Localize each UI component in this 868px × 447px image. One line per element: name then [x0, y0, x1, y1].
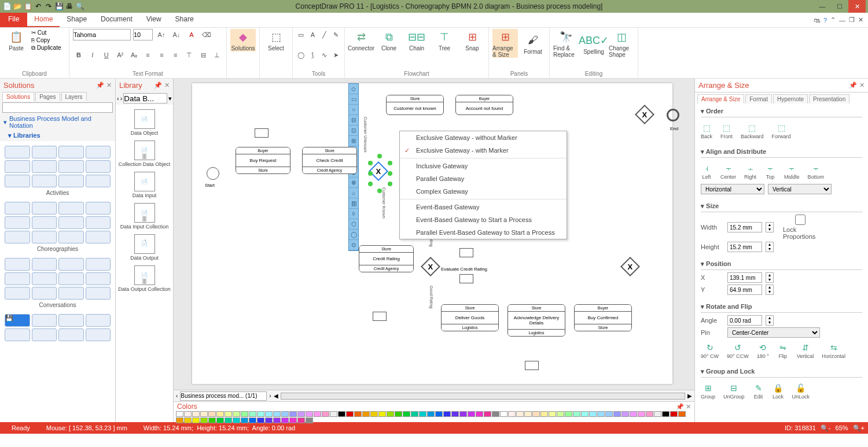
- rotate-90ccw-button[interactable]: ↺90° CCW: [727, 342, 749, 359]
- bold-icon[interactable]: B: [73, 49, 84, 61]
- store-icon[interactable]: 🛍: [814, 17, 820, 24]
- horizontal-scrollbar[interactable]: [281, 393, 685, 400]
- node-buy-confirmed[interactable]: Buyer Buy Confirmed Store: [574, 304, 632, 331]
- close-panel-icon[interactable]: ✕: [106, 82, 112, 89]
- color-swatches[interactable]: [174, 411, 694, 423]
- pin-select[interactable]: Center-Center: [727, 327, 820, 338]
- ctx-item[interactable]: Exclusive Gateway - without Marker: [400, 131, 567, 144]
- dist-horizontal-select[interactable]: Horizontal: [701, 184, 764, 194]
- tab-home[interactable]: Home: [27, 13, 60, 27]
- ctx-item[interactable]: Parallel Gateway: [400, 172, 567, 185]
- sheet-next-icon[interactable]: ›: [269, 393, 271, 399]
- tool-text-icon[interactable]: A: [308, 29, 317, 40]
- node-deliver-goods[interactable]: Store Deliver Goods Logistics: [441, 304, 499, 331]
- close-button[interactable]: ✕: [848, 0, 866, 13]
- window-restore-icon[interactable]: —: [839, 17, 845, 24]
- tool-curve-icon[interactable]: ∿: [320, 49, 329, 61]
- underline-icon[interactable]: U: [101, 49, 112, 61]
- align-center-icon[interactable]: ≡: [156, 49, 167, 61]
- lib-prev-icon[interactable]: ‹: [117, 95, 119, 102]
- sheet-selector[interactable]: [180, 391, 267, 401]
- gateway-selected[interactable]: X: [372, 164, 385, 178]
- align-top-button[interactable]: ⫟Top: [764, 162, 776, 180]
- solutions-search-input[interactable]: [2, 102, 113, 113]
- find-replace-button[interactable]: 🔭Find & Replace: [553, 29, 579, 58]
- lib-selector[interactable]: [123, 93, 167, 104]
- copy-button[interactable]: ⎘ Copy: [31, 37, 61, 43]
- qat-save-icon[interactable]: 💾: [54, 2, 64, 11]
- end-event[interactable]: [667, 109, 679, 121]
- zoom-in-icon[interactable]: 🔍+: [853, 424, 865, 432]
- cut-button[interactable]: ✂ Cut: [31, 29, 61, 36]
- y-input[interactable]: [727, 285, 762, 295]
- solutions-button[interactable]: ◆Solutions: [230, 29, 256, 51]
- maximize-button[interactable]: ☐: [831, 0, 848, 13]
- lib-next-icon[interactable]: ›: [120, 95, 123, 102]
- lock-proportions-checkbox[interactable]: [783, 215, 818, 225]
- hscroll-left-icon[interactable]: ◀: [274, 393, 278, 399]
- subscript-icon[interactable]: A₂: [128, 49, 140, 61]
- shape-data-input-collection[interactable]: 📄|||Data Input Collection: [118, 201, 171, 232]
- file-menu[interactable]: File: [0, 13, 27, 27]
- shape-data-input[interactable]: 📄Data Input: [118, 169, 171, 201]
- ctx-item[interactable]: Exclusive Gateway - with Marker: [400, 144, 567, 157]
- drawing-canvas[interactable]: ◇▭○⊟⊡⊞≡⊕◐⊗⌂▥◊⬡◯⊙ Start Buyer Buy Request…: [192, 83, 672, 384]
- minimize-button[interactable]: —: [814, 0, 831, 13]
- tab-arrange[interactable]: Arrange & Size: [697, 94, 744, 104]
- panel-pin-icon[interactable]: 📌: [849, 82, 857, 89]
- window-close2-icon[interactable]: ✕: [858, 16, 863, 24]
- tool-pen-icon[interactable]: ✎: [332, 29, 341, 40]
- tab-view[interactable]: View: [139, 13, 168, 27]
- flip-h-button[interactable]: ⇆Horizontal: [822, 342, 845, 359]
- select-button[interactable]: ⬚Select: [263, 29, 289, 51]
- tab-shape[interactable]: Shape: [60, 13, 94, 27]
- chain-button[interactable]: ⊟⊟Chain: [404, 29, 429, 51]
- sheet-prev-icon[interactable]: ‹: [176, 393, 178, 399]
- clear-format-icon[interactable]: ⌫: [200, 29, 213, 40]
- ctx-item[interactable]: Complex Gateway: [400, 185, 567, 198]
- qat-redo-icon[interactable]: ↷: [44, 2, 53, 11]
- gateway-eval[interactable]: X: [424, 260, 437, 274]
- solutions-tab[interactable]: Solutions: [2, 92, 34, 101]
- clone-button[interactable]: ⧉Clone: [376, 29, 402, 51]
- tab-share[interactable]: Share: [168, 13, 201, 27]
- panel-close-icon[interactable]: ✕: [859, 82, 865, 89]
- duplicate-button[interactable]: ⧉ Duplicate: [31, 45, 61, 51]
- group-button[interactable]: ⊞Group: [701, 382, 715, 400]
- shape-collection-data-object[interactable]: 📄|||Collection Data Object: [118, 138, 171, 169]
- node-buy-request[interactable]: Buyer Buy Request Store: [236, 147, 290, 174]
- start-event[interactable]: [207, 167, 219, 180]
- align-middle-icon[interactable]: ⊟: [197, 49, 209, 61]
- lock-button[interactable]: 🔒Lock: [773, 382, 784, 400]
- order-back-button[interactable]: ⬚Back: [701, 122, 712, 139]
- tool-arc-icon[interactable]: ⟆: [308, 49, 317, 61]
- qat-open-icon[interactable]: 📂: [13, 2, 22, 11]
- colors-pin-icon[interactable]: 📌: [676, 403, 684, 410]
- help-icon[interactable]: ?: [823, 17, 827, 24]
- flip-v-button[interactable]: ⇵Vertical: [797, 342, 814, 359]
- hscroll-right-icon[interactable]: ▶: [687, 393, 692, 399]
- gateway-top[interactable]: X: [638, 108, 652, 121]
- width-input[interactable]: [727, 222, 762, 232]
- order-forward-button[interactable]: ⬚Forward: [772, 122, 791, 139]
- arrange-size-button[interactable]: ⊞Arrange & Size: [492, 29, 518, 58]
- edit-group-button[interactable]: ✎Edit: [753, 382, 764, 400]
- pages-tab[interactable]: Pages: [35, 92, 60, 101]
- font-size-select[interactable]: [133, 29, 153, 40]
- grow-font-icon[interactable]: A↑: [155, 29, 168, 40]
- align-right-icon[interactable]: ≡: [170, 49, 181, 61]
- lib-menu-icon[interactable]: ▾: [168, 95, 172, 102]
- tool-ellipse-icon[interactable]: ◯: [296, 49, 306, 61]
- lib-pin-icon[interactable]: 📌: [154, 82, 162, 89]
- pin-icon[interactable]: 📌: [96, 82, 104, 89]
- ungroup-button[interactable]: ⊟UnGroup: [723, 382, 745, 400]
- tab-presentation[interactable]: Presentation: [809, 94, 849, 104]
- align-left-button[interactable]: ⫞Left: [701, 162, 712, 180]
- solution-tree-item[interactable]: ▾Business Process Model and Notation: [0, 114, 115, 130]
- tool-rect-icon[interactable]: ▭: [296, 29, 306, 40]
- ctx-item[interactable]: Parallel Event-Based Gateway to Start a …: [400, 226, 567, 239]
- window-maximize2-icon[interactable]: ❐: [849, 16, 855, 24]
- rotate-180-button[interactable]: ⟲180 °: [757, 342, 769, 359]
- node-cust-not-known[interactable]: Store Customer not known: [386, 95, 444, 115]
- align-middle-button[interactable]: ⫟Middle: [784, 162, 800, 180]
